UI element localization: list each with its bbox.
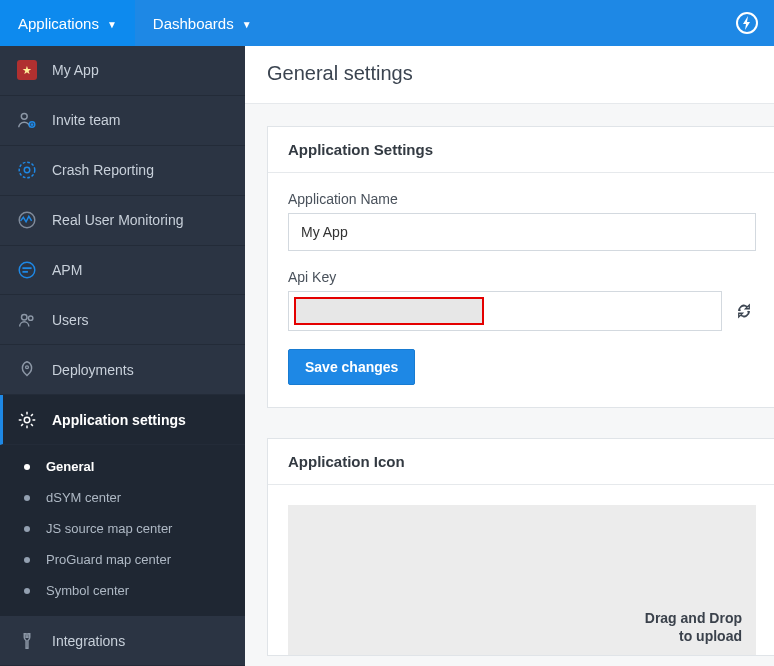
sidebar-sub-label: Symbol center [46, 583, 129, 598]
sidebar-item-crash-reporting[interactable]: Crash Reporting [0, 146, 245, 196]
sidebar-sub-symbol[interactable]: Symbol center [0, 575, 245, 606]
sidebar-sub-general[interactable]: General [0, 451, 245, 482]
sidebar-item-application-settings[interactable]: Application settings [0, 395, 245, 445]
page-header: General settings [245, 46, 774, 104]
sidebar-sub-dsym[interactable]: dSYM center [0, 482, 245, 513]
svg-point-11 [26, 366, 29, 369]
sidebar-app-switcher[interactable]: ★ My App [0, 46, 245, 96]
whats-new-button[interactable] [720, 0, 774, 46]
deployments-icon [16, 359, 38, 381]
panel-title: Application Settings [268, 127, 774, 173]
apm-icon [16, 259, 38, 281]
sidebar-item-invite-team[interactable]: Invite team [0, 96, 245, 146]
dropzone-line1: Drag and Drop [645, 610, 742, 628]
crash-reporting-icon [16, 159, 38, 181]
appname-input[interactable] [288, 213, 756, 251]
icon-upload-dropzone[interactable]: Drag and Drop to upload [288, 505, 756, 655]
integrations-icon [16, 630, 38, 652]
invite-team-icon [16, 109, 38, 131]
sidebar-item-rum[interactable]: Real User Monitoring [0, 196, 245, 246]
sidebar-item-label: Application settings [52, 412, 186, 428]
apikey-display [288, 291, 722, 331]
svg-point-9 [22, 314, 28, 320]
svg-point-6 [19, 262, 35, 278]
regenerate-apikey-button[interactable] [732, 299, 756, 323]
sidebar-item-label: Crash Reporting [52, 162, 154, 178]
svg-point-12 [24, 417, 30, 423]
svg-point-3 [19, 162, 35, 178]
sidebar: ★ My App Invite team Cr [0, 46, 245, 666]
sidebar-item-label: Deployments [52, 362, 134, 378]
chevron-down-icon: ▼ [107, 19, 117, 30]
sidebar-item-label: Integrations [52, 633, 125, 649]
save-button[interactable]: Save changes [288, 349, 415, 385]
svg-point-10 [28, 316, 32, 320]
sidebar-sub-label: General [46, 459, 94, 474]
panel-application-icon: Application Icon Drag and Drop to upload [267, 438, 774, 656]
refresh-icon [735, 302, 753, 320]
dropzone-line2: to upload [645, 628, 742, 646]
sidebar-item-apm[interactable]: APM [0, 246, 245, 296]
svg-rect-7 [22, 267, 31, 269]
bullet-icon [24, 557, 30, 563]
sidebar-item-label: APM [52, 262, 82, 278]
appname-label: Application Name [288, 191, 756, 207]
bullet-icon [24, 526, 30, 532]
bullet-icon [24, 495, 30, 501]
sidebar-subnav: General dSYM center JS source map center… [0, 445, 245, 616]
apikey-label: Api Key [288, 269, 756, 285]
svg-point-4 [24, 167, 30, 173]
app-icon: ★ [17, 60, 37, 80]
sidebar-sub-label: ProGuard map center [46, 552, 171, 567]
svg-point-1 [21, 114, 27, 120]
sidebar-sub-proguard[interactable]: ProGuard map center [0, 544, 245, 575]
main-content: General settings Application Settings Ap… [245, 46, 774, 666]
rum-icon [16, 209, 38, 231]
nav-dashboards-label: Dashboards [153, 15, 234, 32]
apikey-redacted-region [294, 297, 484, 325]
sidebar-item-users[interactable]: Users [0, 295, 245, 345]
gear-icon [16, 409, 38, 431]
sidebar-sub-label: dSYM center [46, 490, 121, 505]
sidebar-item-deployments[interactable]: Deployments [0, 345, 245, 395]
bullet-icon [24, 464, 30, 470]
nav-applications[interactable]: Applications ▼ [0, 0, 135, 46]
svg-rect-8 [22, 271, 28, 273]
sidebar-item-label: Invite team [52, 112, 120, 128]
panel-application-settings: Application Settings Application Name Ap… [267, 126, 774, 408]
bullet-icon [24, 588, 30, 594]
panel-title: Application Icon [268, 439, 774, 485]
sidebar-app-name: My App [52, 62, 99, 78]
top-nav-bar: Applications ▼ Dashboards ▼ [0, 0, 774, 46]
sidebar-item-label: Users [52, 312, 89, 328]
nav-applications-label: Applications [18, 15, 99, 32]
sidebar-sub-jsmap[interactable]: JS source map center [0, 513, 245, 544]
page-title: General settings [267, 62, 752, 85]
chevron-down-icon: ▼ [242, 19, 252, 30]
sidebar-item-label: Real User Monitoring [52, 212, 184, 228]
nav-dashboards[interactable]: Dashboards ▼ [135, 0, 270, 46]
dropzone-hint: Drag and Drop to upload [645, 610, 742, 645]
sidebar-item-integrations[interactable]: Integrations [0, 616, 245, 666]
bolt-circle-icon [735, 11, 759, 35]
sidebar-sub-label: JS source map center [46, 521, 172, 536]
users-icon [16, 309, 38, 331]
